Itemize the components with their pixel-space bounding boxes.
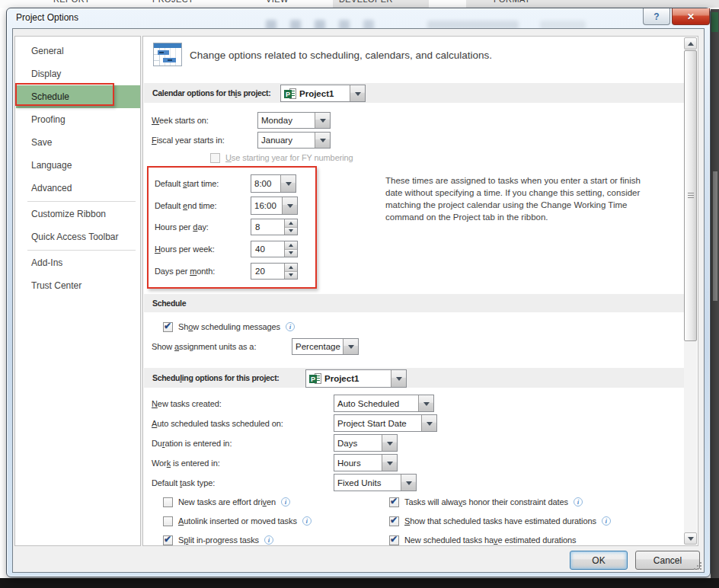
split-in-progress-checkbox[interactable] xyxy=(163,535,173,545)
sidebar-item-add-ins[interactable]: Add-Ins xyxy=(16,251,140,274)
help-button[interactable]: ? xyxy=(643,8,670,25)
dialog-title: Project Options xyxy=(16,12,78,23)
scheduling-project-selector[interactable]: P Project1 xyxy=(305,369,407,388)
fy-numbering-label: Use starting year for FY numbering xyxy=(225,153,353,162)
default-times-help-text: These times are assigned to tasks when y… xyxy=(385,174,644,223)
ribbon-tab-format[interactable]: FORMAT xyxy=(494,0,530,4)
days-per-month-spinner[interactable]: 20 xyxy=(251,263,298,280)
dropdown-arrow-icon[interactable] xyxy=(421,415,436,431)
default-start-time-row: Default start time: 8:00 xyxy=(155,174,296,193)
week-starts-value: Monday xyxy=(258,113,315,128)
dropdown-arrow-icon[interactable] xyxy=(315,133,330,148)
info-icon[interactable] xyxy=(281,497,290,507)
spin-up-icon[interactable] xyxy=(285,264,297,272)
estimated-durations-indicator-checkbox[interactable] xyxy=(389,516,399,526)
sidebar-item-proofing[interactable]: Proofing xyxy=(16,108,140,131)
sidebar-item-advanced[interactable]: Advanced xyxy=(16,177,140,200)
ribbon-tab-report[interactable]: REPORT xyxy=(53,0,90,4)
ribbon-tab-project[interactable]: PROJECT xyxy=(152,0,193,4)
ribbon-tab-view[interactable]: VIEW xyxy=(266,0,289,4)
auto-scheduled-on-combobox[interactable]: Project Start Date xyxy=(334,414,437,432)
assignment-units-combobox[interactable]: Percentage xyxy=(292,338,359,355)
new-tasks-created-row: New tasks created: Auto Scheduled xyxy=(152,395,434,412)
dropdown-arrow-icon[interactable] xyxy=(418,395,433,411)
background-ribbon: REPORT PROJECT VIEW DEVELOPER FORMAT xyxy=(0,0,719,8)
assignment-units-row: Show assignment units as a: Percentage xyxy=(152,338,359,355)
sidebar-item-language[interactable]: Language xyxy=(16,154,140,177)
dropdown-arrow-icon[interactable] xyxy=(282,197,297,214)
scrollbar-down-icon[interactable] xyxy=(684,532,697,545)
sidebar-item-customize-ribbon[interactable]: Customize Ribbon xyxy=(16,203,140,225)
auto-scheduled-on-label: Auto scheduled tasks scheduled on: xyxy=(152,419,334,428)
dropdown-arrow-icon[interactable] xyxy=(280,175,296,192)
hours-per-day-spinner[interactable]: 8 xyxy=(251,219,298,235)
dropdown-arrow-icon[interactable] xyxy=(343,339,358,354)
scheduling-options-band: Scheduling options for this project: xyxy=(144,368,685,388)
effort-driven-row: New tasks are effort driven xyxy=(163,496,290,508)
new-tasks-created-combobox[interactable]: Auto Scheduled xyxy=(334,395,434,412)
info-icon[interactable] xyxy=(264,535,273,545)
sidebar-item-schedule[interactable]: Schedule xyxy=(16,85,140,108)
honor-constraints-checkbox[interactable] xyxy=(389,497,399,507)
scheduling-options-title: Scheduling options for this project: xyxy=(152,373,280,382)
default-end-time-row: Default end time: 16:00 xyxy=(155,197,298,215)
ribbon-tab-developer[interactable]: DEVELOPER xyxy=(339,0,393,4)
spin-down-icon[interactable] xyxy=(285,272,297,280)
work-units-combobox[interactable]: Hours xyxy=(334,454,398,471)
calendar-project-selector[interactable]: P Project1 xyxy=(280,85,366,102)
dropdown-arrow-icon[interactable] xyxy=(391,370,406,387)
duration-units-combobox[interactable]: Days xyxy=(334,434,398,452)
dropdown-arrow-icon[interactable] xyxy=(382,455,397,471)
dropdown-arrow-icon[interactable] xyxy=(315,113,330,128)
fy-numbering-checkbox[interactable] xyxy=(210,153,220,163)
split-in-progress-label: Split in-progress tasks xyxy=(178,535,259,545)
scrollbar-thumb[interactable] xyxy=(684,50,697,341)
dialog-client-area: General Display Schedule Proofing Save L… xyxy=(12,28,705,573)
default-task-type-value: Fixed Units xyxy=(334,475,401,491)
sidebar-item-trust-center[interactable]: Trust Center xyxy=(16,274,140,297)
resize-grip[interactable] xyxy=(693,561,702,570)
spin-up-icon[interactable] xyxy=(285,241,297,250)
ok-button[interactable]: OK xyxy=(570,551,628,570)
dropdown-arrow-icon[interactable] xyxy=(401,475,416,491)
default-task-type-combobox[interactable]: Fixed Units xyxy=(334,474,417,491)
scrollbar-up-icon[interactable] xyxy=(684,37,697,50)
dropdown-arrow-icon[interactable] xyxy=(350,85,365,101)
spin-down-icon[interactable] xyxy=(285,228,297,235)
honor-constraints-row: Tasks will always honor their constraint… xyxy=(389,496,583,508)
autolink-label: Autolink inserted or moved tasks xyxy=(178,516,297,526)
effort-driven-checkbox[interactable] xyxy=(163,497,173,507)
default-start-time-combobox[interactable]: 8:00 xyxy=(251,174,296,193)
cancel-button[interactable]: Cancel xyxy=(635,551,700,570)
spin-down-icon[interactable] xyxy=(285,250,297,257)
days-per-month-row: Days per month: 20 xyxy=(155,263,298,280)
duration-units-value: Days xyxy=(334,435,382,451)
effort-driven-label: New tasks are effort driven xyxy=(178,497,276,507)
sidebar-item-save[interactable]: Save xyxy=(16,131,140,154)
new-tasks-estimated-checkbox[interactable] xyxy=(389,535,399,545)
fiscal-year-combobox[interactable]: January xyxy=(257,132,331,149)
project-file-icon: P xyxy=(284,88,296,100)
info-icon[interactable] xyxy=(574,497,583,507)
sidebar-item-quick-access-toolbar[interactable]: Quick Access Toolbar xyxy=(16,225,140,248)
default-end-time-combobox[interactable]: 16:00 xyxy=(251,197,298,215)
fiscal-year-row: Fiscal year starts in: January xyxy=(152,132,331,149)
info-icon[interactable] xyxy=(602,516,611,526)
info-icon[interactable] xyxy=(302,516,312,526)
hours-per-week-label: Hours per week: xyxy=(155,244,251,254)
week-starts-combobox[interactable]: Monday xyxy=(257,112,331,129)
split-in-progress-row: Split in-progress tasks xyxy=(163,534,273,546)
autolink-checkbox[interactable] xyxy=(163,516,173,526)
new-tasks-created-value: Auto Scheduled xyxy=(334,395,418,411)
show-scheduling-messages-checkbox[interactable] xyxy=(163,322,173,332)
hours-per-week-spinner[interactable]: 40 xyxy=(251,241,298,257)
close-button[interactable]: ✕ xyxy=(672,8,710,25)
sidebar-item-general[interactable]: General xyxy=(16,40,140,62)
schedule-title: Schedule xyxy=(152,299,186,308)
info-icon[interactable] xyxy=(286,322,295,331)
default-start-time-value: 8:00 xyxy=(251,175,280,192)
spin-up-icon[interactable] xyxy=(285,219,297,228)
sidebar-item-display[interactable]: Display xyxy=(16,62,140,85)
dropdown-arrow-icon[interactable] xyxy=(382,435,397,451)
svg-text:P: P xyxy=(311,375,315,383)
